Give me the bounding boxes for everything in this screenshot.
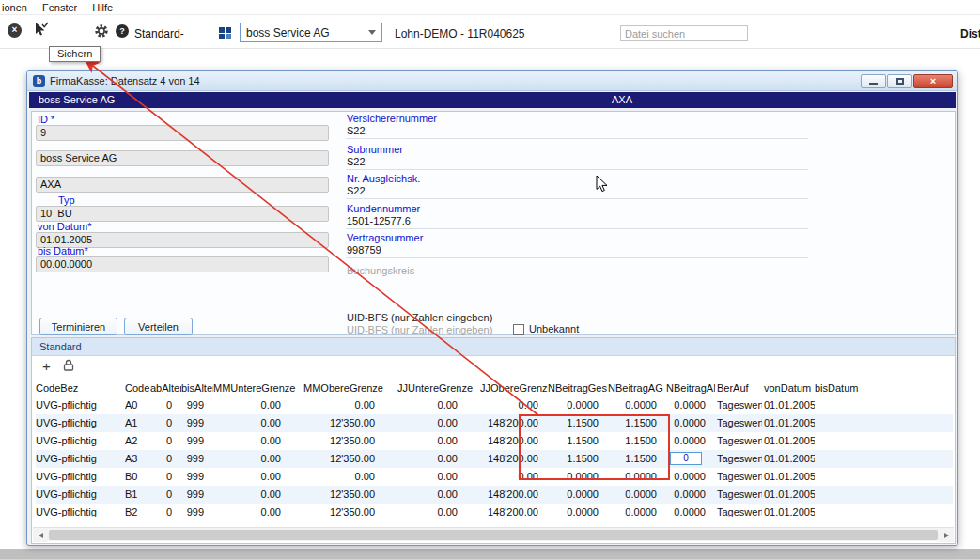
column-header-BerAuf[interactable]: BerAuf [715,380,762,396]
column-header-Code[interactable]: Code [125,380,150,396]
cell-vonDatum: 01.01.2005 [762,414,815,432]
unbekannt-checkbox[interactable] [513,324,524,335]
versicherernummer-value: S22 [347,125,366,136]
grid-body: UVG-pflichtigA009990.000.000.000.000.000… [36,396,953,517]
column-header-NBeitragAN[interactable]: NBeitragAN [666,380,715,396]
scroll-left-icon [39,533,43,538]
cell-NBeitragGes: 0.0000 [548,486,608,504]
uid-bfs-placeholder[interactable]: UID-BFS (nur Zahlen eingeben) [347,324,492,335]
cell-JJUntereGrenze: 0.00 [397,504,480,517]
column-header-MMUntereGrenze[interactable]: MMUntereGrenze [213,380,303,396]
standard-view-label: Standard- [134,27,184,40]
cell-JJObereGrenze: 148'200.00 [480,432,548,450]
versicherernummer-label: Versicherernummer [347,113,437,124]
table-row-A1[interactable]: UVG-pflichtigA109990.0012'350.000.00148'… [36,414,953,432]
cell-CodeBez: UVG-pflichtig [36,396,125,414]
disti-label: Disti [960,27,980,40]
cell-Code: B0 [125,468,150,486]
cell-vonDatum: 01.01.2005 [762,396,815,414]
cell-JJUntereGrenze: 0.00 [397,414,480,432]
cell-CodeBez: UVG-pflichtig [36,486,125,504]
scroll-left-button[interactable] [33,528,48,542]
grid-square [219,34,225,39]
grid-view-icon[interactable] [219,27,231,39]
kundennummer-field[interactable]: Kundennummer 1501-12577.6 [346,202,808,229]
table-row-A3[interactable]: UVG-pflichtigA309990.0012'350.000.00148'… [36,450,953,468]
save-tooltip: Sichern [49,46,101,62]
cell-NBeitragAN: 0.0000 [666,414,715,432]
table-row-A2[interactable]: UVG-pflichtigA209990.0012'350.000.00148'… [36,432,953,450]
verteilen-button[interactable]: Verteilen [124,318,193,335]
gear-icon[interactable] [94,23,109,42]
minimize-button[interactable] [861,74,886,88]
column-header-bisDatum[interactable]: bisDatum [815,380,862,396]
column-header-MMObereGrenze[interactable]: MMObereGrenze [303,380,397,396]
cell-MMObereGrenze: 12'350.00 [303,414,397,432]
menu-item-hilfe[interactable]: Hilfe [92,2,113,13]
kasse-field[interactable]: AXA [36,177,329,193]
cell-NBeitragAG: 0.0000 [608,468,666,486]
id-label: ID * [38,114,54,125]
help-icon[interactable]: ? [116,24,129,38]
form-panel: ID * 9 boss Service AG AXA Typ 10 BU von… [31,111,956,335]
add-row-icon[interactable]: + [42,360,51,373]
ausgleichsk-field[interactable]: Nr. Ausgleichsk. S22 [346,172,808,199]
bis-datum-field[interactable]: 00.00.0000 [36,256,329,272]
kundennummer-value: 1501-12577.6 [347,215,411,226]
id-field[interactable]: 9 [36,125,329,141]
scroll-right-button[interactable] [939,528,954,542]
lock-icon[interactable] [63,358,74,375]
table-row-B2[interactable]: UVG-pflichtigB209990.0012'350.000.00148'… [36,504,953,517]
cell-bisAlter: 999 [181,504,213,517]
cell-JJObereGrenze: 0.00 [480,468,548,486]
save-icon[interactable] [34,22,49,42]
horizontal-scrollbar[interactable] [33,527,954,541]
table-row-A0[interactable]: UVG-pflichtigA009990.000.000.000.000.000… [36,396,953,414]
vertragsnummer-field[interactable]: Vertragsnummer 998759 [346,231,808,258]
column-header-JJObereGrenze[interactable]: JJObereGrenze [480,380,548,396]
column-header-NBeitragGes[interactable]: NBeitragGes [548,380,608,396]
menu-item-fenster[interactable]: Fenster [42,2,77,13]
column-header-NBeitragAG[interactable]: NBeitragAG [608,380,666,396]
restore-button[interactable] [887,74,912,88]
cell-BerAuf: Tageswert [715,396,762,414]
menu-item-ionen[interactable]: ionen [2,2,27,13]
cell-MMObereGrenze: 0.00 [303,396,397,414]
cell-bisAlter: 999 [181,396,213,414]
company-select-value: boss Service AG [246,26,330,39]
grid-square [226,27,231,33]
close-window-button[interactable]: × [913,74,953,88]
subnummer-field[interactable]: Subnummer S22 [346,143,808,170]
kundennummer-label: Kundennummer [347,203,420,214]
grid-toolbar: + [32,356,955,376]
scroll-right-icon [944,533,949,538]
chevron-down-icon [368,30,376,35]
table-row-B0[interactable]: UVG-pflichtigB009990.000.000.000.000.000… [36,468,953,486]
versicherernummer-field[interactable]: Versicherernummer S22 [346,112,808,139]
cell-MMObereGrenze: 12'350.00 [303,450,397,468]
cell-CodeBez: UVG-pflichtig [36,504,125,517]
company-field[interactable]: boss Service AG [36,150,329,166]
column-header-CodeBez[interactable]: CodeBez [36,380,125,396]
column-header-bisAlter[interactable]: bisAlter [181,380,213,396]
buchungskreis-field[interactable]: Buchungskreis [346,260,808,287]
search-input[interactable] [620,25,748,41]
menu-bar: ionen Fenster Hilfe [0,0,980,15]
scrollbar-thumb[interactable] [49,530,938,540]
window-titlebar[interactable]: b FirmaKasse: Datensatz 4 von 14 × [27,71,957,91]
cell-MMUntereGrenze: 0.00 [213,396,303,414]
column-header-JJUntereGrenze[interactable]: JJUntereGrenze [397,380,480,396]
banner-company-name: boss Service AG [39,94,115,105]
cell-NBeitragAG: 1.1500 [608,414,666,432]
inline-edit-field[interactable]: 0 [670,452,702,465]
cell-JJObereGrenze: 148'200.00 [480,414,548,432]
company-select[interactable]: boss Service AG [240,23,382,42]
typ-field[interactable]: 10 BU [36,206,329,222]
terminieren-button[interactable]: Terminieren [39,318,117,335]
table-row-B1[interactable]: UVG-pflichtigB109990.0012'350.000.00148'… [36,486,953,504]
column-header-vonDatum[interactable]: vonDatum [762,380,815,396]
close-record-icon[interactable]: × [8,23,22,38]
cell-abAlter: 0 [150,486,181,504]
cell-Code: A3 [125,450,150,468]
column-header-abAlter[interactable]: abAlter [150,380,181,396]
